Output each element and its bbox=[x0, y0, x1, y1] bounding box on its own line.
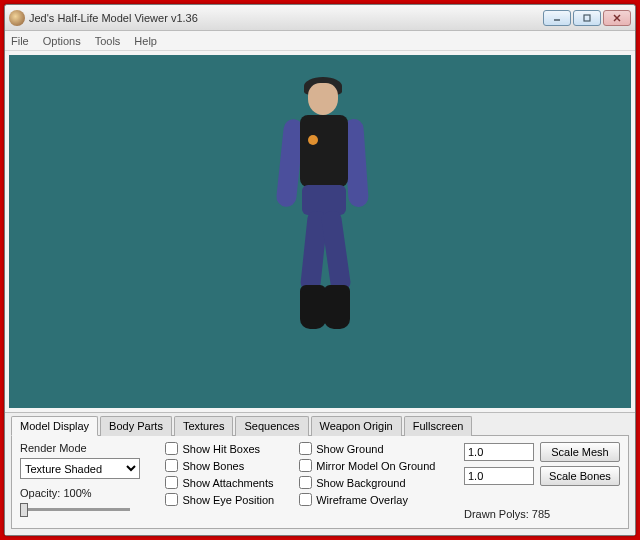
tab-fullscreen[interactable]: Fullscreen bbox=[404, 416, 473, 436]
check-hitboxes-label: Show Hit Boxes bbox=[182, 443, 260, 455]
render-mode-select[interactable]: Texture Shaded bbox=[20, 458, 140, 479]
model-preview bbox=[260, 77, 380, 357]
menu-help[interactable]: Help bbox=[134, 35, 157, 47]
check-wireframe-label: Wireframe Overlay bbox=[316, 494, 408, 506]
minimize-button[interactable] bbox=[543, 10, 571, 26]
check-attachments-label: Show Attachments bbox=[182, 477, 273, 489]
title-bar[interactable]: Jed's Half-Life Model Viewer v1.36 bbox=[5, 5, 635, 31]
check-bones-label: Show Bones bbox=[182, 460, 244, 472]
scale-bones-input[interactable]: 1.0 bbox=[464, 467, 534, 485]
minimize-icon bbox=[552, 13, 562, 23]
window-title: Jed's Half-Life Model Viewer v1.36 bbox=[29, 12, 198, 24]
window-controls bbox=[543, 10, 631, 26]
tab-model-display[interactable]: Model Display bbox=[11, 416, 98, 436]
drawn-polys-label: Drawn Polys: 785 bbox=[464, 508, 620, 520]
app-icon bbox=[9, 10, 25, 26]
check-wireframe[interactable]: Wireframe Overlay bbox=[299, 493, 454, 506]
maximize-button[interactable] bbox=[573, 10, 601, 26]
svg-rect-1 bbox=[584, 15, 590, 21]
scale-bones-button[interactable]: Scale Bones bbox=[540, 466, 620, 486]
check-ground[interactable]: Show Ground bbox=[299, 442, 454, 455]
check-background-label: Show Background bbox=[316, 477, 405, 489]
scale-mesh-button[interactable]: Scale Mesh bbox=[540, 442, 620, 462]
menu-tools[interactable]: Tools bbox=[95, 35, 121, 47]
slider-thumb-icon bbox=[20, 503, 28, 517]
maximize-icon bbox=[582, 13, 592, 23]
model-viewport[interactable] bbox=[9, 55, 631, 408]
tab-body-parts[interactable]: Body Parts bbox=[100, 416, 172, 436]
tab-weapon-origin[interactable]: Weapon Origin bbox=[311, 416, 402, 436]
tab-strip: Model Display Body Parts Textures Sequen… bbox=[11, 415, 629, 436]
scale-mesh-input[interactable]: 1.0 bbox=[464, 443, 534, 461]
control-panel: Model Display Body Parts Textures Sequen… bbox=[5, 412, 635, 535]
check-hitboxes[interactable]: Show Hit Boxes bbox=[165, 442, 289, 455]
close-icon bbox=[612, 13, 622, 23]
close-button[interactable] bbox=[603, 10, 631, 26]
check-attachments[interactable]: Show Attachments bbox=[165, 476, 289, 489]
check-ground-label: Show Ground bbox=[316, 443, 383, 455]
tab-textures[interactable]: Textures bbox=[174, 416, 234, 436]
tab-panel-model-display: Render Mode Texture Shaded Opacity: 100%… bbox=[11, 436, 629, 529]
check-mirror[interactable]: Mirror Model On Ground bbox=[299, 459, 454, 472]
check-mirror-label: Mirror Model On Ground bbox=[316, 460, 435, 472]
tab-sequences[interactable]: Sequences bbox=[235, 416, 308, 436]
check-background[interactable]: Show Background bbox=[299, 476, 454, 489]
menu-bar: File Options Tools Help bbox=[5, 31, 635, 51]
check-eyepos[interactable]: Show Eye Position bbox=[165, 493, 289, 506]
menu-file[interactable]: File bbox=[11, 35, 29, 47]
opacity-slider[interactable] bbox=[20, 501, 130, 519]
opacity-label: Opacity: 100% bbox=[20, 487, 155, 499]
app-window: Jed's Half-Life Model Viewer v1.36 File … bbox=[4, 4, 636, 536]
menu-options[interactable]: Options bbox=[43, 35, 81, 47]
check-bones[interactable]: Show Bones bbox=[165, 459, 289, 472]
check-eyepos-label: Show Eye Position bbox=[182, 494, 274, 506]
render-mode-label: Render Mode bbox=[20, 442, 155, 454]
